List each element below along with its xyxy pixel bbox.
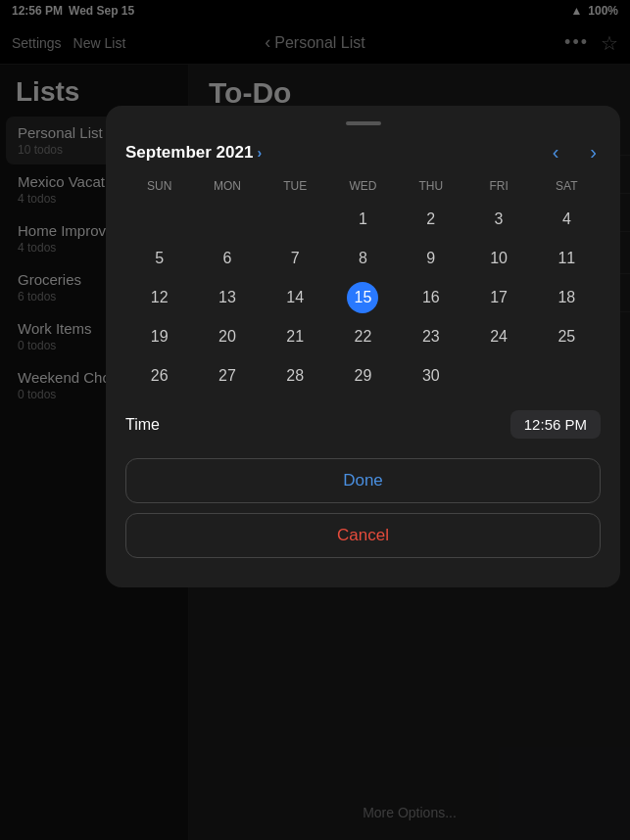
dow-sun: SUN — [125, 175, 193, 197]
calendar-grid: SUNMONTUEWEDTHUFRISAT 123456789101112131… — [125, 175, 601, 395]
cal-day-24[interactable]: 24 — [464, 318, 532, 355]
cal-day-empty — [262, 201, 329, 238]
calendar-nav: ‹ › — [549, 141, 601, 163]
calendar-weeks: 1234567891011121314151617181920212223242… — [125, 201, 601, 395]
days-of-week-row: SUNMONTUEWEDTHUFRISAT — [125, 175, 601, 197]
cal-week-1: 567891011 — [125, 240, 601, 277]
cal-day-7[interactable]: 7 — [262, 240, 329, 277]
month-text: September 2021 — [125, 143, 253, 163]
dow-fri: FRI — [464, 175, 532, 197]
month-year-label: September 2021 › — [125, 143, 262, 163]
prev-month-button[interactable]: ‹ — [549, 141, 563, 163]
cal-day-empty — [464, 357, 532, 395]
cal-day-30[interactable]: 30 — [397, 357, 464, 395]
cal-day-22[interactable]: 22 — [329, 318, 397, 355]
time-row: Time 12:56 PM — [125, 406, 601, 443]
modal-handle — [346, 121, 381, 125]
cal-day-15[interactable]: 15 — [329, 279, 397, 316]
cal-day-3[interactable]: 3 — [464, 201, 532, 238]
time-value[interactable]: 12:56 PM — [510, 410, 601, 439]
cal-day-25[interactable]: 25 — [533, 318, 601, 355]
cal-week-3: 19202122232425 — [125, 318, 601, 355]
cal-day-23[interactable]: 23 — [397, 318, 464, 355]
dow-wed: WED — [329, 175, 397, 197]
dow-mon: MON — [193, 175, 261, 197]
cal-day-2[interactable]: 2 — [397, 201, 464, 238]
cal-day-18[interactable]: 18 — [533, 279, 601, 316]
cal-day-21[interactable]: 21 — [262, 318, 329, 355]
cal-day-empty — [533, 357, 601, 395]
cal-day-4[interactable]: 4 — [533, 201, 601, 238]
cal-day-17[interactable]: 17 — [464, 279, 532, 316]
cal-day-14[interactable]: 14 — [262, 279, 329, 316]
done-button[interactable]: Done — [125, 458, 601, 503]
cal-day-19[interactable]: 19 — [125, 318, 193, 355]
cal-day-9[interactable]: 9 — [397, 240, 464, 277]
next-month-button[interactable]: › — [586, 141, 601, 163]
time-label: Time — [125, 416, 160, 434]
cal-day-8[interactable]: 8 — [329, 240, 397, 277]
cal-day-12[interactable]: 12 — [125, 279, 193, 316]
cal-week-0: 1234 — [125, 201, 601, 238]
cal-day-empty — [125, 201, 193, 238]
cal-day-28[interactable]: 28 — [262, 357, 329, 395]
cal-day-10[interactable]: 10 — [464, 240, 532, 277]
cal-day-11[interactable]: 11 — [533, 240, 601, 277]
calendar-modal: September 2021 › ‹ › SUNMONTUEWEDTHUFRIS… — [106, 106, 620, 587]
calendar-header: September 2021 › ‹ › — [125, 141, 601, 163]
cal-week-2: 12131415161718 — [125, 279, 601, 316]
cal-day-1[interactable]: 1 — [329, 201, 397, 238]
cal-day-26[interactable]: 26 — [125, 357, 193, 395]
dow-thu: THU — [397, 175, 464, 197]
dow-sat: SAT — [533, 175, 601, 197]
month-expand-arrow[interactable]: › — [257, 145, 262, 161]
cancel-button[interactable]: Cancel — [125, 513, 601, 558]
cal-day-5[interactable]: 5 — [125, 240, 193, 277]
cal-day-16[interactable]: 16 — [397, 279, 464, 316]
cal-week-4: 2627282930 — [125, 357, 601, 395]
cal-day-20[interactable]: 20 — [193, 318, 261, 355]
dow-tue: TUE — [262, 175, 329, 197]
cal-day-27[interactable]: 27 — [193, 357, 261, 395]
cal-day-6[interactable]: 6 — [193, 240, 261, 277]
modal-buttons: Done Cancel — [125, 458, 601, 558]
cal-day-empty — [193, 201, 261, 238]
cal-day-29[interactable]: 29 — [329, 357, 397, 395]
cal-day-13[interactable]: 13 — [193, 279, 261, 316]
